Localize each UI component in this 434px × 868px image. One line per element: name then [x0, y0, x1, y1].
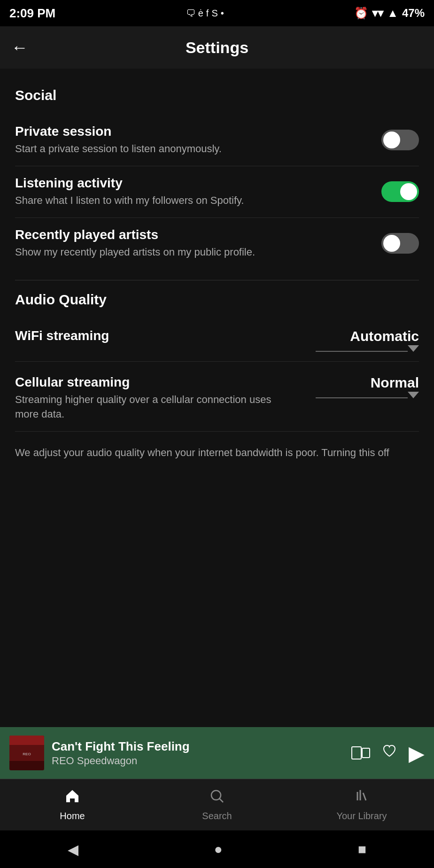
back-button[interactable]: ←	[11, 38, 28, 57]
nav-home-label: Home	[60, 811, 85, 822]
social-section: Social Private session Start a private s…	[15, 87, 419, 269]
recently-played-thumb	[383, 235, 400, 252]
svg-line-5	[219, 798, 223, 802]
page-title: Settings	[11, 39, 423, 57]
status-time: 2:09 PM	[9, 6, 55, 21]
player-controls: ▶	[351, 741, 425, 765]
svg-rect-1	[9, 736, 44, 745]
msg-icon: 🗨	[186, 8, 195, 19]
listening-activity-title: Listening activity	[15, 176, 370, 191]
cellular-streaming-dropdown[interactable]: Normal	[306, 375, 419, 398]
svg-rect-2	[9, 761, 44, 770]
private-session-toggle[interactable]	[381, 130, 419, 150]
listening-activity-thumb	[400, 183, 417, 200]
nav-library[interactable]: Your Library	[289, 788, 434, 822]
e-icon: ė	[198, 8, 203, 19]
svg-text:REO: REO	[23, 752, 31, 756]
fb-icon: f	[206, 8, 209, 19]
private-session-thumb	[383, 132, 400, 148]
listening-activity-toggle[interactable]	[381, 181, 419, 202]
cellular-streaming-desc: Streaming higher quality over a cellular…	[15, 393, 295, 422]
status-bar: 2:09 PM 🗨 ė f S • ⏰ ▾▾ ▲ 47%	[0, 0, 434, 26]
audio-quality-section: Audio Quality WiFi streaming Automatic C…	[15, 292, 419, 432]
library-icon	[354, 788, 370, 808]
audio-quality-header: Audio Quality	[15, 292, 419, 308]
system-back-button[interactable]: ◀	[68, 841, 78, 858]
device-icon-speaker	[362, 748, 370, 758]
wifi-streaming-text: WiFi streaming	[15, 328, 306, 346]
listening-activity-track[interactable]	[381, 181, 419, 202]
recently-played-text: Recently played artists Show my recently…	[15, 227, 381, 260]
wifi-streaming-dropdown[interactable]: Automatic	[306, 328, 419, 352]
wifi-icon: ▾▾	[372, 7, 383, 20]
system-nav-bar: ◀ ● ■	[0, 830, 434, 868]
cellular-streaming-arrow	[408, 392, 419, 398]
wifi-streaming-arrow	[408, 345, 419, 352]
nav-search[interactable]: Search	[145, 788, 289, 822]
device-connect-button[interactable]	[351, 746, 370, 760]
section-divider-1	[15, 280, 419, 280]
play-button[interactable]: ▶	[409, 741, 425, 765]
battery-level: 47%	[402, 7, 425, 20]
status-notification-icons: 🗨 ė f S •	[186, 8, 224, 19]
album-art-image: REO	[9, 736, 44, 770]
system-recent-button[interactable]: ■	[358, 841, 366, 857]
cellular-streaming-item[interactable]: Cellular streaming Streaming higher qual…	[15, 365, 419, 432]
system-home-button[interactable]: ●	[214, 841, 222, 857]
nav-home[interactable]: Home	[0, 788, 145, 822]
recently-played-item: Recently played artists Show my recently…	[15, 218, 419, 269]
track-artist: REO Speedwagon	[52, 755, 351, 767]
wifi-streaming-title: WiFi streaming	[15, 328, 295, 343]
shop-icon: S	[211, 8, 217, 19]
home-icon	[64, 788, 80, 808]
top-bar: ← Settings	[0, 26, 434, 69]
wifi-streaming-value: Automatic	[350, 328, 419, 344]
private-session-title: Private session	[15, 124, 370, 139]
cellular-streaming-line	[316, 397, 408, 398]
private-session-item: Private session Start a private session …	[15, 115, 419, 166]
status-right-icons: ⏰ ▾▾ ▲ 47%	[354, 7, 425, 20]
search-icon	[209, 788, 225, 808]
settings-content: Social Private session Start a private s…	[0, 69, 434, 554]
cellular-streaming-text: Cellular streaming Streaming higher qual…	[15, 375, 306, 422]
private-session-text: Private session Start a private session …	[15, 124, 381, 156]
nav-library-label: Your Library	[336, 811, 387, 822]
audio-quality-note: We adjust your audio quality when your i…	[15, 446, 419, 460]
album-art: REO	[9, 736, 44, 770]
nav-search-label: Search	[202, 811, 232, 822]
cellular-streaming-title: Cellular streaming	[15, 375, 295, 390]
recently-played-desc: Show my recently played artists on my pu…	[15, 245, 370, 260]
recently-played-title: Recently played artists	[15, 227, 370, 242]
cellular-streaming-value: Normal	[371, 375, 419, 391]
wifi-streaming-item[interactable]: WiFi streaming Automatic	[15, 319, 419, 362]
like-button[interactable]	[381, 743, 397, 763]
device-icon-phone	[351, 746, 362, 760]
bottom-navigation: Home Search Your Library	[0, 779, 434, 830]
listening-activity-desc: Share what I listen to with my followers…	[15, 194, 370, 208]
social-section-header: Social	[15, 87, 419, 103]
recently-played-track[interactable]	[381, 233, 419, 254]
recently-played-toggle[interactable]	[381, 233, 419, 254]
now-playing-bar[interactable]: REO Can't Fight This Feeling REO Speedwa…	[0, 727, 434, 779]
listening-activity-text: Listening activity Share what I listen t…	[15, 176, 381, 208]
signal-icon: ▲	[387, 7, 398, 20]
listening-activity-item: Listening activity Share what I listen t…	[15, 166, 419, 218]
dot-icon: •	[221, 8, 224, 19]
wifi-streaming-line	[316, 351, 408, 352]
private-session-desc: Start a private session to listen anonym…	[15, 142, 370, 156]
track-title: Can't Fight This Feeling	[52, 739, 351, 754]
private-session-track[interactable]	[381, 130, 419, 150]
alarm-icon: ⏰	[354, 7, 368, 20]
now-playing-info: Can't Fight This Feeling REO Speedwagon	[52, 739, 351, 767]
svg-line-8	[363, 793, 366, 800]
